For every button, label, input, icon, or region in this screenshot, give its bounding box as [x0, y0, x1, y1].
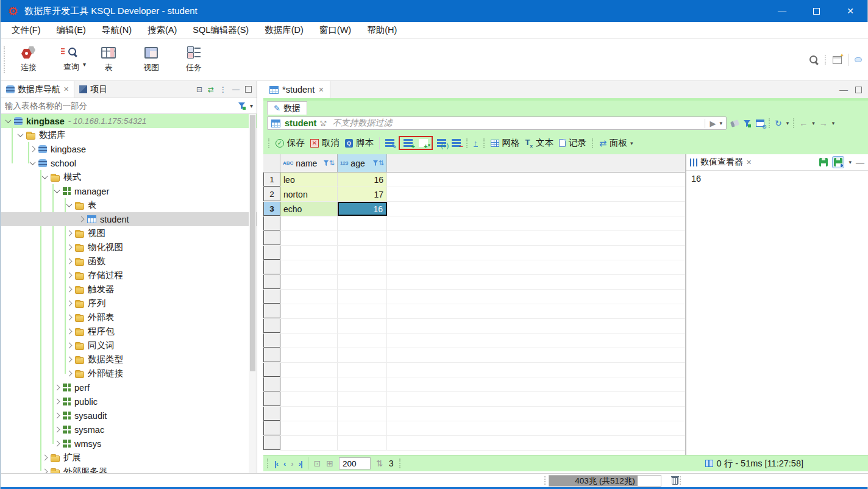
name-cell[interactable]: norton [280, 187, 338, 201]
execute-filter-icon[interactable]: ▶ [710, 119, 716, 128]
expand-chevron-icon[interactable] [66, 287, 73, 293]
grid-row[interactable]: 2 norton 17 [263, 187, 685, 202]
tab-project[interactable]: 项目 [74, 81, 112, 98]
forward-dropdown-icon[interactable]: ▾ [832, 120, 835, 126]
save-auto-button[interactable] [832, 156, 844, 168]
filter-sort-icon[interactable]: ⇅ [324, 159, 335, 167]
menu-item[interactable]: SQL编辑器(S) [185, 24, 257, 36]
empty-grid-row[interactable] [263, 319, 685, 334]
row-number-cell[interactable]: 3 [263, 202, 280, 216]
tree-item[interactable]: 外部表 [1, 310, 257, 324]
refresh-icon[interactable]: ↻ [775, 118, 782, 128]
expand-chevron-icon[interactable] [66, 201, 73, 207]
forward-icon[interactable]: → [819, 118, 828, 128]
expand-chevron-icon[interactable] [66, 343, 73, 349]
empty-grid-row[interactable] [263, 216, 685, 231]
name-cell[interactable]: leo [280, 173, 338, 187]
viewer-menu-icon[interactable]: ▾ [848, 159, 852, 165]
expand-chevron-icon[interactable] [66, 245, 73, 251]
empty-grid-row[interactable] [263, 334, 685, 348]
expand-chevron-icon[interactable] [66, 259, 73, 265]
tree-item[interactable]: 扩展 [1, 451, 257, 465]
save-value-icon[interactable] [819, 158, 828, 166]
expand-chevron-icon[interactable] [42, 455, 48, 461]
name-cell[interactable]: echo [280, 202, 338, 216]
expand-chevron-icon[interactable] [66, 273, 73, 279]
connect-button[interactable]: 连接 [7, 46, 50, 73]
tree-item[interactable]: school [1, 156, 257, 170]
tree-item[interactable]: 序列 [1, 296, 257, 310]
tree-item[interactable]: 视图 [1, 226, 257, 240]
filter-icon[interactable] [238, 102, 246, 110]
close-button[interactable]: ✕ [833, 0, 867, 22]
filter-sort-icon[interactable]: ⇅ [373, 159, 384, 167]
expand-chevron-icon[interactable] [66, 357, 73, 363]
tab-database-navigator[interactable]: 数据库导航 ✕ [1, 81, 74, 98]
tree-item[interactable]: sysmac [1, 423, 257, 437]
link-with-editor-icon[interactable]: ⇄ [208, 85, 214, 94]
expand-chevron-icon[interactable] [66, 230, 73, 237]
tree-item[interactable]: 程序包 [1, 324, 257, 338]
add-row-icon[interactable]: + [404, 139, 413, 147]
tree-item[interactable]: 触发器 [1, 282, 257, 296]
row-number-header[interactable] [263, 154, 280, 172]
text-view-button[interactable]: Tx 文本 [525, 137, 553, 149]
expand-icon[interactable] [321, 120, 328, 127]
empty-grid-row[interactable] [263, 392, 685, 407]
tree-item[interactable]: 数据库 [1, 128, 257, 142]
page-size-input[interactable] [339, 457, 371, 469]
search-icon[interactable] [809, 55, 819, 65]
menu-item[interactable]: 编辑(E) [49, 24, 94, 36]
age-cell[interactable]: 17 [338, 187, 387, 201]
script-button[interactable]: Q 脚本 [345, 137, 374, 149]
expand-chevron-icon[interactable] [54, 413, 60, 419]
tree-item[interactable]: 数据类型 [1, 352, 257, 366]
menu-item[interactable]: 导航(N) [94, 24, 140, 36]
back-dropdown-icon[interactable]: ▾ [812, 120, 815, 126]
expand-chevron-icon[interactable] [54, 441, 60, 447]
memory-indicator[interactable]: 403兆 (共512兆) [549, 475, 661, 487]
expand-chevron-icon[interactable] [42, 469, 48, 473]
tree-item[interactable]: manager [1, 184, 257, 198]
query-button[interactable]: 查询 [50, 47, 93, 73]
tab-student-editor[interactable]: *student ✕ [263, 81, 330, 98]
clear-filter-icon[interactable] [730, 120, 739, 127]
tree-item[interactable]: 外部链接 [1, 366, 257, 380]
expand-chevron-icon[interactable] [30, 159, 36, 165]
duplicate-row-icon[interactable]: +* [419, 139, 428, 147]
expand-chevron-icon[interactable] [54, 427, 60, 433]
expand-chevron-icon[interactable] [54, 385, 60, 391]
column-header-name[interactable]: ABC name ⇅ [280, 154, 338, 172]
table-button[interactable]: 表 [87, 47, 130, 73]
filter-dropdown-icon[interactable]: ▾ [250, 102, 253, 109]
last-page-icon[interactable]: ›| [299, 459, 302, 468]
next-page-icon[interactable]: › [291, 459, 293, 468]
age-cell[interactable]: 16 [338, 202, 387, 216]
scrollbar-thumb[interactable] [250, 115, 255, 371]
open-perspective-icon[interactable] [833, 56, 842, 64]
tree-item[interactable]: 存储过程 [1, 268, 257, 282]
close-icon[interactable]: ✕ [63, 85, 69, 93]
view-menu-icon[interactable]: ⋮ [219, 85, 227, 94]
maximize-button[interactable] [799, 0, 833, 22]
grid-row[interactable]: 3 echo 16 [263, 202, 685, 216]
panel-button[interactable]: ⇄ 面板 ▾ [599, 137, 633, 149]
current-perspective-button[interactable] [855, 57, 862, 62]
fetch-page-icon[interactable]: ⊡ [314, 459, 321, 468]
expand-chevron-icon[interactable] [18, 131, 24, 137]
delete-row-icon[interactable]: − [452, 139, 461, 147]
query-dropdown[interactable]: ▾ [83, 61, 86, 68]
empty-grid-row[interactable] [263, 436, 685, 451]
age-cell[interactable]: 16 [338, 173, 387, 187]
minimize-panel-icon[interactable]: — [232, 85, 240, 94]
minimize-viewer-icon[interactable]: — [856, 157, 864, 167]
filter-settings-icon[interactable] [743, 120, 752, 127]
refetch-icon[interactable]: ⇅ [376, 459, 383, 468]
tree-item[interactable]: sysaudit [1, 409, 257, 423]
empty-grid-row[interactable] [263, 290, 685, 304]
tree-item[interactable]: wmsys [1, 437, 257, 451]
execute-dropdown-icon[interactable]: ▾ [719, 120, 722, 126]
maximize-panel-icon[interactable] [245, 86, 252, 93]
empty-grid-row[interactable] [263, 348, 685, 363]
value-content[interactable]: 16 [686, 171, 868, 187]
